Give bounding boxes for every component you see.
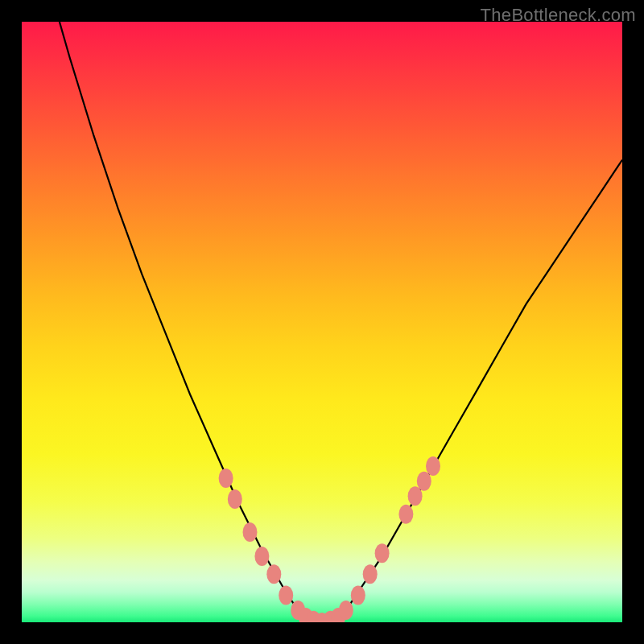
curve-marker [219,469,233,488]
curve-marker [426,456,440,476]
curve-marker [331,608,345,622]
plot-area [22,22,622,622]
curve-marker [254,547,269,566]
curve-marker [307,611,321,622]
chart-stage: TheBottleneck.com [0,0,644,644]
curve-marker [351,585,365,605]
curve-marker [266,564,281,584]
curve-marker [339,601,353,620]
curve-marker [228,489,242,509]
curve-marker [279,585,293,605]
curve-marker [408,486,423,506]
curve-marker [323,611,337,622]
curve-marker [363,564,378,584]
bottleneck-curve [22,22,622,622]
curve-marker [315,613,329,622]
curve-marker [398,505,413,524]
curve-marker [417,472,431,491]
curve-marker [291,601,305,620]
curve-marker [299,608,313,622]
curve-marker [375,543,390,563]
curve-marker [243,522,258,542]
